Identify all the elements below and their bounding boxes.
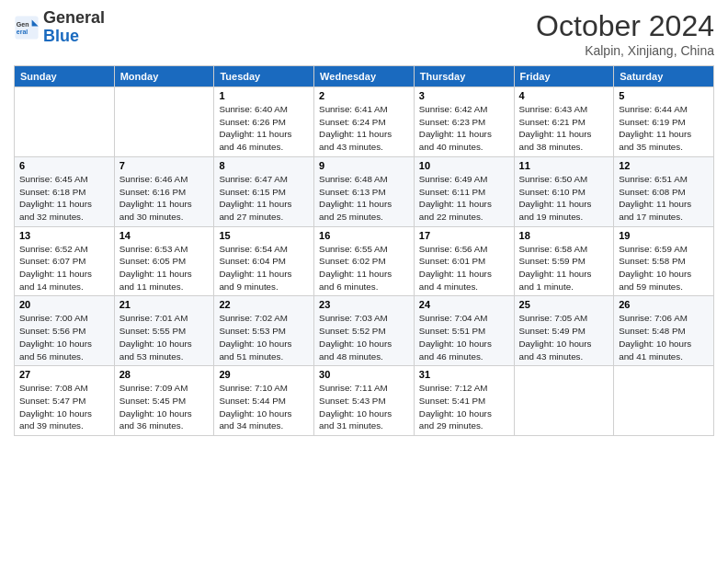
col-friday: Friday — [514, 66, 614, 87]
table-row: 24 Sunrise: 7:04 AMSunset: 5:51 PMDaylig… — [414, 296, 514, 366]
day-info: Sunrise: 7:04 AMSunset: 5:51 PMDaylight:… — [419, 313, 492, 361]
day-number: 2 — [319, 90, 409, 101]
day-number: 8 — [219, 160, 309, 171]
day-info: Sunrise: 7:02 AMSunset: 5:53 PMDaylight:… — [219, 313, 291, 361]
day-info: Sunrise: 6:49 AMSunset: 6:11 PMDaylight:… — [419, 174, 492, 222]
day-info: Sunrise: 6:53 AMSunset: 6:05 PMDaylight:… — [119, 244, 192, 292]
svg-text:eral: eral — [17, 29, 28, 35]
title-block: October 2024 Kalpin, Xinjiang, China — [536, 9, 714, 58]
table-row — [614, 366, 714, 436]
day-number: 17 — [419, 230, 509, 241]
day-info: Sunrise: 6:40 AMSunset: 6:26 PMDaylight:… — [219, 104, 291, 152]
table-row — [114, 87, 214, 157]
day-info: Sunrise: 7:11 AMSunset: 5:43 PMDaylight:… — [319, 383, 392, 431]
day-info: Sunrise: 6:43 AMSunset: 6:21 PMDaylight:… — [519, 104, 592, 152]
day-number: 20 — [19, 299, 109, 310]
day-number: 12 — [619, 160, 709, 171]
table-row: 5 Sunrise: 6:44 AMSunset: 6:19 PMDayligh… — [614, 87, 714, 157]
calendar-week-row: 6 Sunrise: 6:45 AMSunset: 6:18 PMDayligh… — [15, 156, 714, 226]
day-number: 24 — [419, 299, 509, 310]
day-info: Sunrise: 6:56 AMSunset: 6:01 PMDaylight:… — [419, 244, 492, 292]
table-row: 2 Sunrise: 6:41 AMSunset: 6:24 PMDayligh… — [314, 87, 415, 157]
table-row: 21 Sunrise: 7:01 AMSunset: 5:55 PMDaylig… — [114, 296, 214, 366]
table-row: 16 Sunrise: 6:55 AMSunset: 6:02 PMDaylig… — [314, 226, 415, 296]
table-row: 3 Sunrise: 6:42 AMSunset: 6:23 PMDayligh… — [414, 87, 514, 157]
day-number: 27 — [19, 369, 109, 380]
day-info: Sunrise: 6:55 AMSunset: 6:02 PMDaylight:… — [319, 244, 392, 292]
day-info: Sunrise: 6:47 AMSunset: 6:15 PMDaylight:… — [219, 174, 291, 222]
day-number: 1 — [219, 90, 309, 101]
table-row: 27 Sunrise: 7:08 AMSunset: 5:47 PMDaylig… — [15, 366, 115, 436]
day-info: Sunrise: 7:10 AMSunset: 5:44 PMDaylight:… — [219, 383, 291, 431]
day-number: 10 — [419, 160, 509, 171]
table-row: 29 Sunrise: 7:10 AMSunset: 5:44 PMDaylig… — [214, 366, 314, 436]
day-info: Sunrise: 7:12 AMSunset: 5:41 PMDaylight:… — [419, 383, 492, 431]
day-info: Sunrise: 7:09 AMSunset: 5:45 PMDaylight:… — [119, 383, 192, 431]
calendar-header-row: Sunday Monday Tuesday Wednesday Thursday… — [15, 66, 714, 87]
header: Gen eral General Blue October 2024 Kalpi… — [14, 9, 714, 58]
table-row: 6 Sunrise: 6:45 AMSunset: 6:18 PMDayligh… — [15, 156, 115, 226]
day-number: 3 — [419, 90, 509, 101]
logo-text-block: General Blue — [43, 9, 105, 46]
table-row — [514, 366, 614, 436]
calendar-week-row: 1 Sunrise: 6:40 AMSunset: 6:26 PMDayligh… — [15, 87, 714, 157]
day-number: 9 — [319, 160, 409, 171]
day-number: 5 — [619, 90, 709, 101]
table-row: 11 Sunrise: 6:50 AMSunset: 6:10 PMDaylig… — [514, 156, 614, 226]
table-row: 14 Sunrise: 6:53 AMSunset: 6:05 PMDaylig… — [114, 226, 214, 296]
svg-rect-0 — [15, 16, 38, 39]
day-info: Sunrise: 6:44 AMSunset: 6:19 PMDaylight:… — [619, 104, 691, 152]
logo-blue: Blue — [43, 27, 79, 45]
calendar-location: Kalpin, Xinjiang, China — [536, 43, 714, 58]
day-info: Sunrise: 7:00 AMSunset: 5:56 PMDaylight:… — [19, 313, 92, 361]
day-info: Sunrise: 6:59 AMSunset: 5:58 PMDaylight:… — [619, 244, 691, 292]
day-info: Sunrise: 6:46 AMSunset: 6:16 PMDaylight:… — [119, 174, 192, 222]
day-number: 19 — [619, 230, 709, 241]
day-info: Sunrise: 6:58 AMSunset: 5:59 PMDaylight:… — [519, 244, 592, 292]
col-tuesday: Tuesday — [214, 66, 314, 87]
generalblue-logo-icon: Gen eral — [14, 15, 40, 40]
day-number: 21 — [119, 299, 210, 310]
table-row: 8 Sunrise: 6:47 AMSunset: 6:15 PMDayligh… — [214, 156, 314, 226]
day-number: 23 — [319, 299, 409, 310]
table-row: 18 Sunrise: 6:58 AMSunset: 5:59 PMDaylig… — [514, 226, 614, 296]
table-row: 1 Sunrise: 6:40 AMSunset: 6:26 PMDayligh… — [214, 87, 314, 157]
table-row: 26 Sunrise: 7:06 AMSunset: 5:48 PMDaylig… — [614, 296, 714, 366]
day-info: Sunrise: 7:05 AMSunset: 5:49 PMDaylight:… — [519, 313, 592, 361]
logo: Gen eral General Blue — [14, 9, 105, 46]
day-number: 14 — [119, 230, 210, 241]
calendar-table: Sunday Monday Tuesday Wednesday Thursday… — [14, 65, 714, 436]
day-number: 22 — [219, 299, 309, 310]
table-row: 22 Sunrise: 7:02 AMSunset: 5:53 PMDaylig… — [214, 296, 314, 366]
table-row: 31 Sunrise: 7:12 AMSunset: 5:41 PMDaylig… — [414, 366, 514, 436]
page: Gen eral General Blue October 2024 Kalpi… — [0, 0, 728, 563]
table-row: 30 Sunrise: 7:11 AMSunset: 5:43 PMDaylig… — [314, 366, 415, 436]
calendar-week-row: 27 Sunrise: 7:08 AMSunset: 5:47 PMDaylig… — [15, 366, 714, 436]
table-row: 28 Sunrise: 7:09 AMSunset: 5:45 PMDaylig… — [114, 366, 214, 436]
day-info: Sunrise: 6:51 AMSunset: 6:08 PMDaylight:… — [619, 174, 691, 222]
day-number: 26 — [619, 299, 709, 310]
table-row: 7 Sunrise: 6:46 AMSunset: 6:16 PMDayligh… — [114, 156, 214, 226]
day-number: 7 — [119, 160, 210, 171]
day-number: 28 — [119, 369, 210, 380]
day-info: Sunrise: 7:08 AMSunset: 5:47 PMDaylight:… — [19, 383, 92, 431]
calendar-week-row: 20 Sunrise: 7:00 AMSunset: 5:56 PMDaylig… — [15, 296, 714, 366]
day-number: 13 — [19, 230, 109, 241]
table-row: 4 Sunrise: 6:43 AMSunset: 6:21 PMDayligh… — [514, 87, 614, 157]
day-number: 6 — [19, 160, 109, 171]
calendar-week-row: 13 Sunrise: 6:52 AMSunset: 6:07 PMDaylig… — [15, 226, 714, 296]
col-saturday: Saturday — [614, 66, 714, 87]
day-info: Sunrise: 7:03 AMSunset: 5:52 PMDaylight:… — [319, 313, 392, 361]
logo-general: General — [43, 8, 105, 27]
day-info: Sunrise: 6:45 AMSunset: 6:18 PMDaylight:… — [19, 174, 92, 222]
col-sunday: Sunday — [15, 66, 115, 87]
day-number: 25 — [519, 299, 609, 310]
day-number: 29 — [219, 369, 309, 380]
table-row: 17 Sunrise: 6:56 AMSunset: 6:01 PMDaylig… — [414, 226, 514, 296]
table-row: 25 Sunrise: 7:05 AMSunset: 5:49 PMDaylig… — [514, 296, 614, 366]
svg-text:Gen: Gen — [17, 20, 29, 27]
table-row — [15, 87, 115, 157]
table-row: 12 Sunrise: 6:51 AMSunset: 6:08 PMDaylig… — [614, 156, 714, 226]
day-number: 11 — [519, 160, 609, 171]
table-row: 23 Sunrise: 7:03 AMSunset: 5:52 PMDaylig… — [314, 296, 415, 366]
